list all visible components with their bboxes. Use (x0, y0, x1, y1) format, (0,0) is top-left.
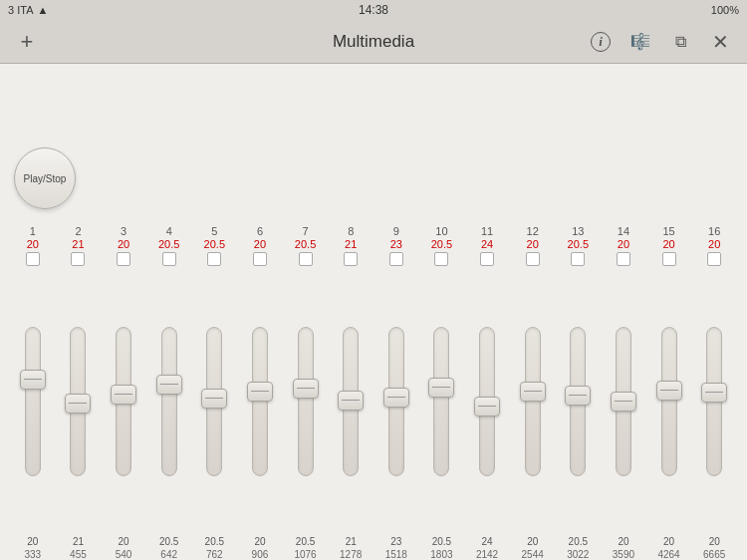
slider-area-2 (56, 270, 102, 533)
ch-checkbox-6[interactable] (253, 252, 267, 266)
ch-val-bottom-12: 20 (527, 535, 538, 549)
wifi-icon: ▲ (37, 4, 48, 16)
ch-num-bottom-12: 2544 (522, 549, 544, 560)
slider-track-14 (616, 327, 631, 476)
ch-val-bottom-6: 20 (254, 535, 265, 549)
channel-4: 4 20.5 20.5 642 (146, 221, 192, 560)
slider-thumb-12[interactable] (520, 382, 546, 402)
channel-3: 3 20 20 540 (101, 221, 146, 560)
slider-thumb-4[interactable] (156, 375, 182, 395)
ch-checkbox-1[interactable] (26, 252, 40, 266)
ch-checkbox-5[interactable] (207, 252, 221, 266)
channel-12: 12 20 20 2544 (510, 221, 556, 560)
ch-checkbox-4[interactable] (162, 252, 176, 266)
ch-number-3: 3 (121, 225, 126, 237)
slider-thumb-14[interactable] (611, 392, 636, 412)
ch-num-bottom-8: 1278 (340, 549, 362, 560)
info-button[interactable]: i (586, 27, 616, 57)
ch-num-bottom-9: 1518 (385, 549, 407, 560)
ch-val-top-2: 21 (72, 238, 84, 250)
slider-thumb-1[interactable] (20, 370, 46, 390)
ch-number-14: 14 (618, 225, 629, 237)
slider-area-7 (283, 270, 329, 533)
channel-8: 8 21 21 1278 (328, 221, 374, 560)
slider-thumb-15[interactable] (656, 381, 682, 401)
ch-checkbox-9[interactable] (389, 252, 403, 266)
ch-val-top-6: 20 (254, 238, 266, 250)
slider-area-3 (101, 270, 146, 533)
ch-val-bottom-4: 20.5 (159, 535, 178, 549)
slider-track-12 (525, 327, 541, 476)
slider-thumb-3[interactable] (111, 385, 136, 405)
ch-checkbox-11[interactable] (480, 252, 494, 266)
main-content: Play/Stop 1 20 20 333 2 21 21 (0, 64, 747, 560)
slider-track-7 (298, 327, 314, 476)
ch-num-bottom-14: 3590 (613, 549, 634, 560)
ch-checkbox-12[interactable] (526, 252, 540, 266)
slider-thumb-2[interactable] (65, 394, 91, 414)
channel-6: 6 20 20 906 (237, 221, 283, 560)
slider-track-3 (116, 327, 131, 476)
slider-track-13 (570, 327, 586, 476)
ch-checkbox-15[interactable] (662, 252, 676, 266)
ch-checkbox-16[interactable] (707, 252, 721, 266)
ch-number-12: 12 (527, 225, 539, 237)
ch-val-top-9: 23 (390, 238, 402, 250)
ch-checkbox-13[interactable] (571, 252, 585, 266)
status-time: 14:38 (359, 3, 388, 17)
ch-val-top-13: 20.5 (568, 238, 589, 250)
ch-checkbox-3[interactable] (117, 252, 130, 266)
slider-area-12 (510, 270, 556, 533)
status-right: 100% (711, 4, 739, 16)
ch-num-bottom-7: 1076 (294, 549, 316, 560)
ch-val-top-4: 20.5 (158, 238, 179, 250)
slider-area-9 (374, 270, 419, 533)
ch-val-bottom-7: 20.5 (296, 535, 315, 549)
ch-checkbox-7[interactable] (299, 252, 313, 266)
channel-16: 16 20 20 6665 (691, 221, 737, 560)
slider-track-16 (706, 327, 722, 476)
channel-10: 10 20.5 20.5 1803 (419, 221, 465, 560)
ch-num-bottom-15: 4264 (657, 549, 679, 560)
channel-14: 14 20 20 3590 (601, 221, 646, 560)
slider-thumb-7[interactable] (293, 379, 319, 399)
ch-number-1: 1 (30, 225, 36, 237)
toolbar: + Multimedia i 🎼 ⧉ ✕ (0, 20, 747, 64)
channel-1: 1 20 20 333 (10, 221, 56, 560)
ch-val-bottom-1: 20 (27, 535, 38, 549)
battery-label: 100% (711, 4, 739, 16)
ch-val-top-16: 20 (708, 238, 720, 250)
slider-thumb-16[interactable] (701, 383, 727, 403)
sliders-section: 1 20 20 333 2 21 21 455 3 20 (0, 221, 747, 560)
toolbar-right: i 🎼 ⧉ ✕ (586, 27, 735, 57)
copy-button[interactable]: ⧉ (665, 27, 695, 57)
slider-area-13 (556, 270, 602, 533)
ch-val-top-10: 20.5 (431, 238, 452, 250)
music-icon: 🎼 (630, 32, 650, 51)
slider-thumb-6[interactable] (247, 382, 273, 402)
slider-thumb-10[interactable] (428, 378, 454, 398)
channel-9: 9 23 23 1518 (374, 221, 419, 560)
add-button[interactable]: + (12, 27, 42, 57)
play-stop-button[interactable]: Play/Stop (14, 147, 76, 209)
music-button[interactable]: 🎼 (625, 27, 655, 57)
ch-val-bottom-16: 20 (709, 535, 720, 549)
slider-area-4 (146, 270, 192, 533)
slider-track-4 (161, 327, 177, 476)
ch-number-10: 10 (435, 225, 447, 237)
close-button[interactable]: ✕ (705, 27, 735, 57)
ch-checkbox-10[interactable] (434, 252, 448, 266)
slider-thumb-11[interactable] (474, 397, 500, 417)
slider-thumb-8[interactable] (338, 391, 364, 411)
slider-thumb-9[interactable] (383, 388, 409, 408)
status-bar: 3 ITA ▲ 14:38 100% (0, 0, 747, 20)
ch-val-bottom-2: 21 (73, 535, 84, 549)
slider-thumb-13[interactable] (565, 386, 591, 406)
copy-icon: ⧉ (675, 33, 686, 51)
ch-checkbox-2[interactable] (71, 252, 85, 266)
slider-area-5 (192, 270, 238, 533)
ch-checkbox-14[interactable] (617, 252, 630, 266)
ch-val-bottom-14: 20 (618, 535, 628, 549)
slider-thumb-5[interactable] (201, 389, 227, 409)
ch-checkbox-8[interactable] (344, 252, 358, 266)
